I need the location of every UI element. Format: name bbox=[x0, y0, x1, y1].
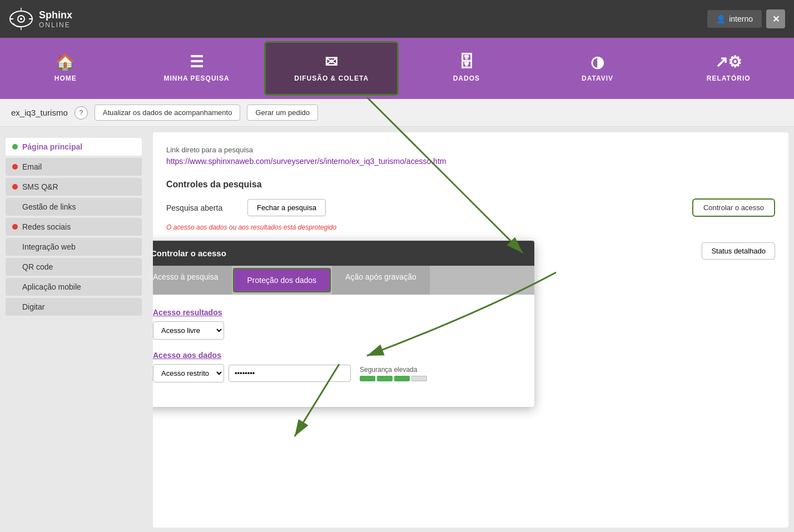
nav-item-dataviv[interactable]: ◑ DATAVIV bbox=[532, 38, 663, 99]
sidebar-item-aplicacao-mobile[interactable]: Aplicação mobile bbox=[6, 278, 142, 296]
sidebar: Página principal Email SMS Q&R Gestão de… bbox=[0, 127, 147, 532]
dot-icon bbox=[12, 264, 18, 270]
sidebar-item-integracao-web[interactable]: Integração web bbox=[6, 238, 142, 256]
close-button[interactable]: ✕ bbox=[766, 9, 785, 28]
dot-icon bbox=[12, 244, 18, 250]
fechar-pesquisa-button[interactable]: Fechar a pesquisa bbox=[247, 199, 326, 216]
security-bar-4 bbox=[411, 376, 427, 381]
logo: Sphinx ONLINE bbox=[9, 7, 72, 31]
actionbar: ex_iq3_turismo ? Atualizar os dados de a… bbox=[0, 99, 794, 127]
sidebar-item-digitar[interactable]: Digitar bbox=[6, 298, 142, 316]
acesso-resultados-label: Acesso resultados bbox=[153, 308, 521, 317]
generate-order-button[interactable]: Gerar um pedido bbox=[247, 105, 318, 121]
sidebar-item-sms-qr[interactable]: SMS Q&R bbox=[6, 178, 142, 196]
controls-title: Controles da pesquisa bbox=[166, 180, 775, 190]
sidebar-item-gestao-links[interactable]: Gestão de links bbox=[6, 198, 142, 216]
acesso-resultados-section: Acesso resultados Acesso livre Acesso re… bbox=[153, 308, 521, 340]
acesso-dados-section: Acesso aos dados Acesso livre Acesso res… bbox=[153, 351, 521, 382]
topbar-user-section: 👤 interno ✕ bbox=[707, 9, 785, 28]
nav-item-difusao-coleta[interactable]: ✉ DIFUSÃO & COLETA bbox=[264, 41, 399, 96]
link-section: Link direto para a pesquisa https://www.… bbox=[166, 146, 775, 166]
modal-tab-acesso-pesquisa[interactable]: Acesso à pesquisa bbox=[153, 266, 232, 295]
modal-body: Acesso resultados Acesso livre Acesso re… bbox=[153, 295, 534, 407]
access-warning: O acesso aos dados ou aos resultados est… bbox=[166, 223, 775, 231]
control-row-pesquisa: Pesquisa aberta Fechar a pesquisa Contro… bbox=[166, 198, 775, 217]
acesso-resultados-select[interactable]: Acesso livre Acesso restrito Sem acesso bbox=[153, 321, 224, 340]
pesquisa-label: Pesquisa aberta bbox=[166, 203, 239, 212]
list-icon: ☰ bbox=[190, 54, 204, 70]
modal-tab-protecao-dados[interactable]: Proteção dos dados bbox=[233, 268, 331, 292]
nav-item-dados[interactable]: 🗄 DADOS bbox=[401, 38, 532, 99]
survey-link[interactable]: https://www.sphinxnaweb.com/surveyserver… bbox=[166, 157, 446, 166]
nav-item-relatorio[interactable]: ↗⚙ RELATÓRIO bbox=[663, 38, 794, 99]
modal-tab-acao-gravacao[interactable]: Ação após gravação bbox=[332, 266, 430, 295]
topbar: Sphinx ONLINE 👤 interno ✕ bbox=[0, 0, 794, 38]
chart-icon: ◑ bbox=[590, 54, 604, 70]
dot-icon bbox=[12, 304, 18, 310]
update-data-button[interactable]: Atualizar os dados de acompanhamento bbox=[95, 105, 241, 121]
dot-icon bbox=[12, 204, 18, 210]
main-content: Página principal Email SMS Q&R Gestão de… bbox=[0, 127, 794, 532]
controlar-acesso-button[interactable]: Controlar o acesso bbox=[692, 198, 775, 217]
status-detalhado-button[interactable]: Status detalhado bbox=[702, 242, 775, 260]
modal-header: Controlar o acesso bbox=[153, 241, 534, 266]
dot-icon bbox=[12, 284, 18, 290]
nav-item-home[interactable]: 🏠 HOME bbox=[0, 38, 131, 99]
svg-point-2 bbox=[20, 18, 22, 20]
security-bar-3 bbox=[394, 376, 410, 381]
controls-section: Controles da pesquisa Pesquisa aberta Fe… bbox=[166, 180, 775, 231]
project-name: ex_iq3_turismo bbox=[11, 108, 68, 117]
dot-icon bbox=[12, 224, 18, 230]
acesso-dados-row: Acesso livre Acesso restrito Sem acesso … bbox=[153, 364, 521, 382]
nav-item-minha-pesquisa[interactable]: ☰ MINHA PESQUISA bbox=[131, 38, 262, 99]
sidebar-item-qr-code[interactable]: QR code bbox=[6, 258, 142, 276]
content-panel: Link direto para a pesquisa https://www.… bbox=[153, 132, 788, 528]
modal-tabs: Acesso à pesquisa Proteção dos dados Açã… bbox=[153, 266, 534, 295]
user-icon: 👤 bbox=[716, 14, 726, 23]
report-icon: ↗⚙ bbox=[715, 54, 742, 70]
acesso-dados-label: Acesso aos dados bbox=[153, 351, 521, 360]
security-indicator: Segurança elevada bbox=[360, 366, 427, 381]
security-label: Segurança elevada bbox=[360, 366, 427, 374]
sidebar-item-redes-sociais[interactable]: Redes sociais bbox=[6, 218, 142, 236]
dot-icon bbox=[12, 184, 18, 190]
help-button[interactable]: ? bbox=[75, 106, 88, 120]
dot-icon bbox=[12, 144, 18, 150]
link-section-label: Link direto para a pesquisa bbox=[166, 146, 775, 154]
dot-icon bbox=[12, 164, 18, 170]
modal-controlar-acesso: Controlar o acesso Acesso à pesquisa Pro… bbox=[153, 241, 534, 407]
home-icon: 🏠 bbox=[56, 54, 76, 70]
logo-text: Sphinx ONLINE bbox=[39, 9, 72, 29]
password-input[interactable] bbox=[229, 365, 351, 382]
data-icon: 🗄 bbox=[459, 54, 475, 70]
navbar: 🏠 HOME ☰ MINHA PESQUISA ✉ DIFUSÃO & COLE… bbox=[0, 38, 794, 99]
envelope-icon: ✉ bbox=[325, 54, 338, 70]
security-bar-1 bbox=[360, 376, 375, 381]
sidebar-item-email[interactable]: Email bbox=[6, 158, 142, 176]
security-bars bbox=[360, 376, 427, 381]
acesso-dados-select[interactable]: Acesso livre Acesso restrito Sem acesso bbox=[153, 364, 224, 382]
sidebar-item-pagina-principal[interactable]: Página principal bbox=[6, 138, 142, 156]
sphinx-logo-icon bbox=[9, 7, 33, 31]
user-button[interactable]: 👤 interno bbox=[707, 10, 762, 28]
security-bar-2 bbox=[377, 376, 393, 381]
